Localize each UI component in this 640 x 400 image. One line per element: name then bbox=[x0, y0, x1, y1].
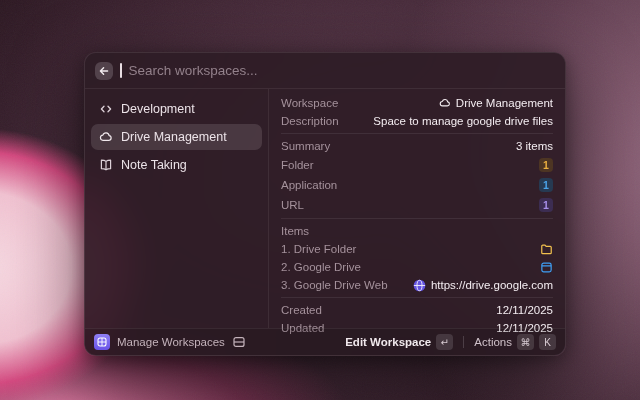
sidebar-item-label: Note Taking bbox=[121, 158, 187, 172]
k-key-badge: K bbox=[539, 334, 556, 350]
sidebar-item-label: Development bbox=[121, 102, 195, 116]
sidebar-item-development[interactable]: Development bbox=[91, 96, 262, 122]
sidebar-item-note-taking[interactable]: Note Taking bbox=[91, 152, 262, 178]
arrow-left-icon bbox=[99, 66, 109, 76]
action-bar: Manage Workspaces Edit Workspace ↵ Actio… bbox=[85, 328, 565, 355]
back-button[interactable] bbox=[95, 62, 113, 80]
detail-row-item-2: 2. Google Drive bbox=[281, 258, 553, 276]
detail-row-items-header: Items bbox=[281, 222, 553, 240]
detail-row-workspace: Workspace Drive Management bbox=[281, 94, 553, 112]
return-key-badge: ↵ bbox=[436, 334, 453, 350]
workspaces-app-icon bbox=[94, 334, 110, 350]
edit-workspace-button[interactable]: Edit Workspace ↵ bbox=[345, 334, 453, 350]
folder-count-badge: 1 bbox=[539, 158, 553, 172]
detail-row-folder-count: Folder 1 bbox=[281, 155, 553, 175]
item-3-label: 3. Google Drive Web bbox=[281, 279, 388, 291]
description-label: Description bbox=[281, 115, 339, 127]
description-value: Space to manage google drive files bbox=[373, 115, 553, 127]
command-key-badge: ⌘ bbox=[517, 334, 534, 350]
item-2-label: 2. Google Drive bbox=[281, 261, 361, 273]
workspace-value: Drive Management bbox=[456, 97, 553, 109]
workspace-detail-panel: Workspace Drive Management Description S… bbox=[269, 89, 565, 328]
app-window-icon bbox=[540, 261, 553, 274]
sidebar-item-label: Drive Management bbox=[121, 130, 227, 144]
edit-workspace-label: Edit Workspace bbox=[345, 336, 431, 348]
globe-icon bbox=[413, 279, 426, 292]
created-value: 12/11/2025 bbox=[496, 304, 553, 316]
footer-divider bbox=[463, 336, 464, 348]
manage-workspaces-label: Manage Workspaces bbox=[117, 336, 225, 348]
application-count-label: Application bbox=[281, 179, 337, 191]
actions-menu-button[interactable]: Actions ⌘ K bbox=[474, 334, 556, 350]
search-header bbox=[85, 53, 565, 89]
search-input[interactable] bbox=[129, 63, 556, 78]
application-count-badge: 1 bbox=[539, 178, 553, 192]
window-tray-icon bbox=[232, 335, 246, 349]
folder-icon bbox=[540, 243, 553, 256]
url-count-badge: 1 bbox=[539, 198, 553, 212]
divider bbox=[281, 218, 553, 219]
item-3-url-value: https://drive.google.com bbox=[431, 279, 553, 291]
folder-count-label: Folder bbox=[281, 159, 314, 171]
actions-label: Actions bbox=[474, 336, 512, 348]
summary-label: Summary bbox=[281, 140, 330, 152]
url-count-label: URL bbox=[281, 199, 304, 211]
summary-value: 3 items bbox=[516, 140, 553, 152]
divider bbox=[281, 133, 553, 134]
cloud-icon bbox=[99, 130, 113, 144]
detail-row-created: Created 12/11/2025 bbox=[281, 301, 553, 319]
detail-row-summary: Summary 3 items bbox=[281, 137, 553, 155]
text-caret bbox=[120, 63, 122, 78]
cloud-icon bbox=[439, 97, 451, 109]
sidebar-item-drive-management[interactable]: Drive Management bbox=[91, 124, 262, 150]
workspace-list: Development Drive Management Note Taking bbox=[85, 89, 269, 328]
detail-row-description: Description Space to manage google drive… bbox=[281, 112, 553, 130]
detail-row-application-count: Application 1 bbox=[281, 175, 553, 195]
items-header-label: Items bbox=[281, 225, 309, 237]
divider bbox=[281, 297, 553, 298]
detail-row-url-count: URL 1 bbox=[281, 195, 553, 215]
item-1-label: 1. Drive Folder bbox=[281, 243, 356, 255]
workspaces-dialog: Development Drive Management Note Taking… bbox=[84, 52, 566, 356]
workspace-label: Workspace bbox=[281, 97, 338, 109]
dialog-body: Development Drive Management Note Taking… bbox=[85, 89, 565, 328]
created-label: Created bbox=[281, 304, 322, 316]
code-icon bbox=[99, 102, 113, 116]
detail-row-item-3: 3. Google Drive Web https://drive.google… bbox=[281, 276, 553, 294]
book-icon bbox=[99, 158, 113, 172]
detail-row-item-1: 1. Drive Folder bbox=[281, 240, 553, 258]
